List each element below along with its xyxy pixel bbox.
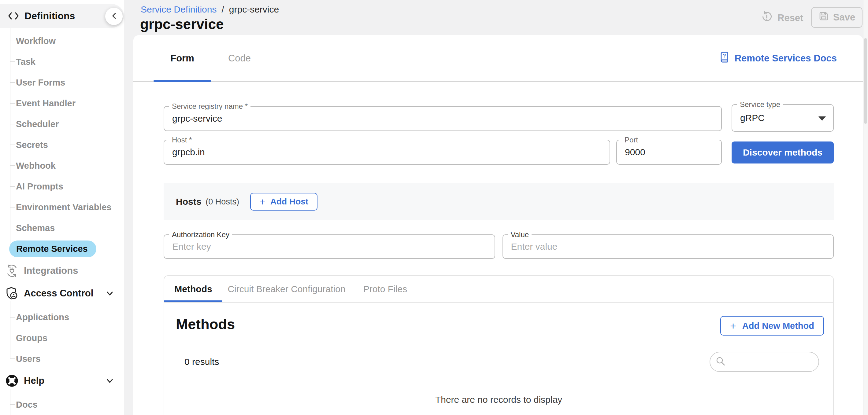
authorization-key-label: Authorization Key (169, 231, 232, 239)
shield-user-icon (4, 286, 20, 301)
book-question-icon: ? (718, 51, 731, 66)
methods-heading: Methods (176, 316, 235, 333)
methods-tabs: Methods Circuit Breaker Configuration Pr… (164, 276, 833, 302)
service-registry-name-field[interactable]: Service registry name * (164, 106, 722, 131)
tab-divider (133, 81, 863, 82)
save-label: Save (833, 12, 855, 23)
app-root: Definitions Workflow Task User Forms Eve… (0, 0, 868, 415)
sidebar-item-webhook[interactable]: Webhook (0, 156, 124, 175)
host-input[interactable] (172, 147, 601, 158)
chevron-left-icon (111, 12, 117, 21)
caret-down-icon (818, 116, 826, 121)
form-row-3: Authorization Key Value (164, 234, 834, 259)
save-button[interactable]: Save (811, 7, 863, 28)
value-label: Value (508, 231, 532, 239)
active-tab-indicator (154, 80, 211, 82)
sidebar-item-event-handler[interactable]: Event Handler (0, 94, 124, 113)
breadcrumb: Service Definitions / grpc-service (141, 4, 279, 15)
port-field[interactable]: Port (616, 140, 722, 165)
sidebar-item-scheduler[interactable]: Scheduler (0, 114, 124, 134)
tab-circuit-breaker-configuration[interactable]: Circuit Breaker Configuration (222, 276, 351, 302)
floppy-save-icon (818, 11, 829, 24)
reset-button[interactable]: Reset (761, 11, 803, 25)
host-field[interactable]: Host * (164, 140, 610, 165)
sidebar-item-secrets[interactable]: Secrets (0, 135, 124, 154)
breadcrumb-separator: / (221, 4, 224, 15)
sidebar-item-users[interactable]: Users (0, 349, 124, 369)
sidebar-section-help[interactable]: Help (0, 370, 124, 392)
value-field[interactable]: Value (502, 234, 834, 259)
life-ring-icon (4, 374, 20, 387)
content-card: Form Code ? Remote Services Docs Service… (133, 35, 863, 415)
sidebar-item-user-forms[interactable]: User Forms (0, 73, 124, 92)
chevron-down-icon (105, 377, 114, 385)
form-row-1: Service registry name * Service type gRP… (164, 106, 834, 132)
hosts-count: (0 Hosts) (206, 197, 239, 207)
breadcrumb-parent-link[interactable]: Service Definitions (141, 4, 217, 15)
docs-link-label: Remote Services Docs (735, 53, 837, 64)
tab-form[interactable]: Form (154, 35, 211, 81)
results-count: 0 results (184, 357, 219, 367)
empty-table-message: There are no records to display (164, 394, 833, 405)
plus-icon: + (730, 320, 736, 331)
service-type-value: gRPC (740, 113, 765, 123)
service-type-label: Service type (737, 100, 783, 109)
service-registry-name-input[interactable] (172, 113, 713, 124)
sidebar-item-task[interactable]: Task (0, 52, 124, 71)
reset-label: Reset (777, 12, 803, 24)
hosts-section: Hosts (0 Hosts) + Add Host (164, 183, 834, 220)
host-label: Host * (169, 136, 194, 144)
sidebar-item-remote-services[interactable]: Remote Services (0, 239, 124, 258)
sidebar-item-schemas[interactable]: Schemas (0, 218, 124, 238)
sidebar-collapse-button[interactable] (105, 8, 123, 25)
page-title: grpc-service (140, 16, 224, 32)
active-item-pill: Remote Services (9, 241, 96, 257)
remote-services-docs-link[interactable]: ? Remote Services Docs (718, 35, 837, 81)
svg-text:?: ? (723, 53, 726, 59)
plus-icon: + (259, 197, 266, 207)
code-icon (8, 12, 19, 20)
sidebar-item-ai-prompts[interactable]: AI Prompts (0, 177, 124, 196)
breadcrumb-current: grpc-service (229, 4, 279, 15)
authorization-key-input[interactable] (172, 241, 487, 252)
add-new-method-label: Add New Method (742, 321, 814, 331)
tab-code[interactable]: Code (211, 35, 268, 81)
add-host-button[interactable]: + Add Host (250, 193, 317, 211)
tab-divider (164, 302, 833, 303)
integrations-icon (4, 264, 20, 278)
port-label: Port (622, 136, 641, 144)
discover-methods-button[interactable]: Discover methods (732, 141, 834, 164)
scrollbar-track (863, 0, 868, 415)
value-input[interactable] (511, 241, 826, 252)
sidebar-title: Definitions (25, 10, 75, 22)
search-input[interactable] (728, 352, 839, 371)
sidebar-item-applications[interactable]: Applications (0, 307, 124, 327)
sidebar-item-groups[interactable]: Groups (0, 328, 124, 348)
port-input[interactable] (625, 147, 713, 158)
service-type-select[interactable]: Service type gRPC (732, 104, 834, 132)
sidebar-item-environment-variables[interactable]: Environment Variables (0, 198, 124, 217)
service-registry-name-label: Service registry name * (169, 102, 250, 111)
scrollbar-thumb[interactable] (864, 38, 867, 124)
tab-methods[interactable]: Methods (164, 276, 222, 302)
search-icon (715, 356, 726, 368)
sidebar-item-workflow[interactable]: Workflow (0, 31, 124, 51)
search-box[interactable] (710, 352, 819, 372)
add-new-method-button[interactable]: + Add New Method (720, 316, 824, 336)
sidebar: Definitions Workflow Task User Forms Eve… (0, 0, 124, 415)
hosts-title: Hosts (176, 197, 201, 207)
chevron-down-icon (105, 289, 114, 298)
methods-card: Methods Circuit Breaker Configuration Pr… (164, 275, 834, 415)
form-row-2: Host * Port Discover methods (164, 140, 834, 165)
add-host-label: Add Host (270, 197, 308, 207)
tab-proto-files[interactable]: Proto Files (351, 276, 420, 302)
divider (175, 338, 830, 338)
sidebar-section-access-control[interactable]: Access Control (0, 282, 124, 304)
sidebar-section-integrations[interactable]: Integrations (0, 260, 124, 282)
authorization-key-field[interactable]: Authorization Key (164, 234, 495, 259)
reset-icon (761, 11, 773, 25)
sidebar-item-docs[interactable]: Docs (0, 395, 124, 414)
